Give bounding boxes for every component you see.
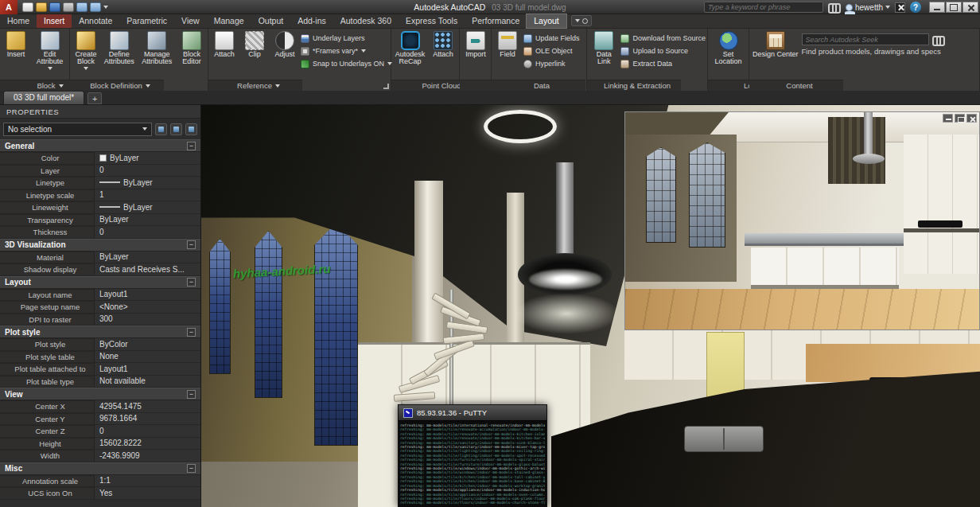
collapse-icon[interactable]: − [187,142,196,150]
property-row[interactable]: Annotation scale1:1 [0,475,200,488]
data-link-button[interactable]: Data Link [589,30,619,67]
create-block-dropdown-icon[interactable] [84,67,88,70]
property-row[interactable]: Height15602.8222 [0,438,200,450]
section-header[interactable]: 3D Visualization− [0,239,200,252]
update-fields-button[interactable]: Update Fields [523,33,580,44]
property-value[interactable]: Layout1 [94,363,200,375]
property-value[interactable]: 300 [94,314,200,326]
clip-button[interactable]: Clip [240,30,269,59]
sign-in-area[interactable]: hewetth [846,3,890,12]
attach-button[interactable]: Attach [210,30,239,59]
property-row[interactable]: Center Y9678.1664 [0,413,200,426]
ribbon-tab-home[interactable]: Home [0,14,37,28]
section-header[interactable]: View− [0,388,200,400]
create-block-button[interactable]: Create Block [72,30,100,71]
quick-select-button[interactable] [185,123,197,135]
help-button[interactable]: ? [910,2,921,13]
property-value[interactable]: ByLayer [94,177,200,189]
property-row[interactable]: MaterialByLayer [0,252,200,264]
application-menu-button[interactable]: A [0,0,18,14]
ribbon-tab-express-tools[interactable]: Express Tools [399,14,465,28]
ribbon-tab-annotate[interactable]: Annotate [72,14,119,28]
collapse-icon[interactable]: − [187,464,196,473]
autodesk-seek-search-input[interactable] [802,33,929,45]
define-attributes-button[interactable]: Define Attributes [102,30,137,67]
property-value[interactable]: 9678.1664 [94,413,200,425]
select-objects-button[interactable] [170,123,182,135]
property-row[interactable]: Plot styleByColor [0,338,200,351]
save-icon[interactable] [49,2,60,12]
download-from-source-button[interactable]: Download from Source [620,33,706,44]
seek-search-icon[interactable] [932,35,945,45]
panel-label-content[interactable]: Content [749,80,843,91]
property-value[interactable]: <None> [94,301,200,313]
field-button[interactable]: Field [493,30,522,59]
property-row[interactable]: ColorByLayer [0,152,200,165]
property-row[interactable]: Layer0 [0,165,200,177]
autodesk-recap-button[interactable]: Autodesk ReCap [393,30,427,67]
ribbon-tab-autodesk-360[interactable]: Autodesk 360 [333,14,399,28]
redo-icon[interactable] [90,2,101,12]
collapse-icon[interactable]: − [187,390,196,399]
property-value[interactable]: Not available [94,376,200,388]
property-value[interactable]: 42954.1475 [94,400,200,412]
collapse-icon[interactable]: − [187,240,196,249]
point-cloud-attach-button[interactable]: Attach [429,30,457,59]
property-value[interactable]: Yes [94,487,200,499]
ribbon-tab-view[interactable]: View [174,14,207,28]
autodesk-exchange-icon[interactable] [895,2,905,13]
design-center-button[interactable]: Design Center [751,30,800,59]
property-value[interactable]: 0 [94,165,200,177]
upload-to-source-button[interactable]: Upload to Source [620,45,706,57]
panel-label-linking-extraction[interactable]: Linking & Extraction [587,80,681,91]
render-preview-window[interactable] [624,111,980,330]
property-row[interactable]: Page setup name<None> [0,301,200,314]
property-value[interactable]: 15602.8222 [94,438,200,450]
collapse-icon[interactable]: − [187,328,196,337]
property-value[interactable]: None [94,351,200,363]
section-header[interactable]: Layout− [0,276,200,289]
new-document-tab-button[interactable]: + [88,92,102,104]
manage-attributes-button[interactable]: Manage Attributes [138,30,176,67]
property-value[interactable]: ByLayer [94,252,200,263]
block-editor-button[interactable]: Block Editor [177,30,206,67]
section-header[interactable]: General− [0,139,200,152]
edit-attribute-button[interactable]: Edit Attribute [32,30,68,71]
property-value[interactable]: 0 [94,226,200,238]
search-binoculars-icon[interactable] [828,2,841,12]
adjust-button[interactable]: Adjust [270,30,299,59]
property-value[interactable]: ByLayer [94,152,200,164]
help-search-input[interactable] [704,2,823,13]
ribbon-tab-layout[interactable]: Layout [527,14,566,28]
close-button[interactable] [962,2,978,13]
section-header[interactable]: Plot style− [0,326,200,338]
maximize-button[interactable] [946,2,962,13]
property-value[interactable]: -2436.9909 [94,450,200,462]
putty-window[interactable]: 85.93.91.36 - PuTTY refreshing: mm-model… [398,404,547,507]
drawing-restore-button[interactable] [955,114,965,123]
property-row[interactable]: Linetype scale1 [0,189,200,202]
property-row[interactable]: DPI to raster300 [0,314,200,326]
edit-attribute-dropdown-icon[interactable] [48,67,52,70]
putty-title-bar[interactable]: 85.93.91.36 - PuTTY [399,405,546,421]
ribbon-tab-performance[interactable]: Performance [465,14,527,28]
property-row[interactable]: Plot table typeNot available [0,376,200,388]
panel-label-data[interactable]: Data [492,80,585,91]
frames-dropdown[interactable]: *Frames vary* [301,45,392,57]
property-row[interactable]: LinetypeByLayer [0,177,200,189]
selection-dropdown[interactable]: No selection [3,123,152,136]
open-file-icon[interactable] [36,2,47,12]
snap-to-underlays-dropdown[interactable]: Snap to Underlays ON [301,58,392,69]
document-tab[interactable]: 03 3D full model* [3,91,84,104]
property-row[interactable]: Plot table attached toLayout1 [0,363,200,376]
property-value[interactable]: Layout1 [94,289,200,301]
property-row[interactable]: Shadow displayCasts and Receives S... [0,263,200,276]
plot-icon[interactable] [63,2,74,12]
drawing-minimize-button[interactable] [943,114,953,123]
property-value[interactable]: ByLayer [94,201,200,213]
panel-label-reference[interactable]: Reference [208,80,302,91]
property-row[interactable]: Width-2436.9909 [0,450,200,462]
pickadd-toggle-button[interactable] [155,123,167,135]
viewport-3d-render[interactable]: hyhaa-android.ru [201,105,980,507]
panel-label-block-definition[interactable]: Block Definition [70,80,164,91]
